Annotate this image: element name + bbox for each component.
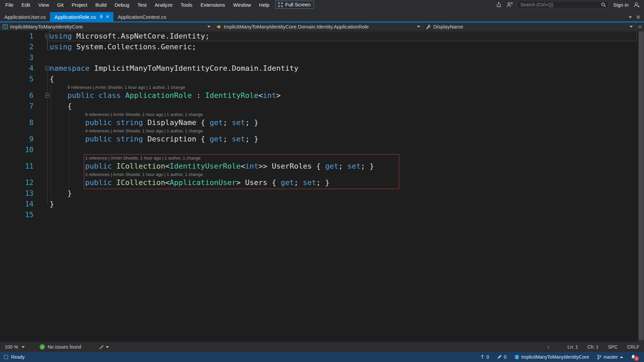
fold-margin — [34, 199, 50, 209]
menu-item-help[interactable]: Help — [255, 1, 273, 9]
collapse-region-icon[interactable] — [45, 34, 50, 38]
status-collapse-chevron[interactable]: ‹ — [547, 344, 549, 350]
line-number[interactable]: 14 — [0, 200, 34, 208]
code-line-10[interactable]: 10 — [0, 144, 638, 155]
code-line-3[interactable]: 3 — [0, 52, 638, 63]
background-tasks-icon[interactable] — [4, 355, 8, 359]
repository-icon — [515, 355, 519, 360]
menu-item-edit[interactable]: Edit — [17, 1, 34, 9]
notifications-button[interactable]: 3 — [627, 354, 641, 360]
line-number[interactable]: 13 — [0, 189, 34, 197]
feedback-icon[interactable] — [506, 2, 513, 8]
codelens-indicator[interactable]: 1 reference | Armin Shoeibi, 1 hour ago … — [0, 155, 638, 161]
member-dropdown[interactable]: DisplayName — [423, 22, 636, 31]
codelens-text[interactable]: 2 references | Armin Shoeibi, 1 hour ago… — [85, 172, 203, 177]
tab-applicationrole-cs[interactable]: ApplicationRole.cs× — [50, 12, 113, 21]
fold-margin — [34, 209, 50, 220]
codelens-indicator[interactable]: 2 references | Armin Shoeibi, 1 hour ago… — [0, 172, 638, 177]
codelens-text[interactable]: 4 references | Armin Shoeibi, 1 hour ago… — [85, 128, 203, 133]
full-screen-button[interactable]: Full Screen — [275, 1, 314, 9]
code-line-4[interactable]: 4namespace ImplicitManyToManyIdentityCor… — [0, 63, 638, 74]
code-line-7[interactable]: 7 { — [0, 101, 638, 112]
menu-item-tools[interactable]: Tools — [177, 1, 197, 9]
outgoing-commits-button[interactable]: ↑ 0 — [476, 354, 493, 360]
menu-item-extensions[interactable]: Extensions — [197, 1, 229, 9]
menu-item-git[interactable]: Git — [53, 1, 67, 9]
type-dropdown[interactable]: ImplicitManyToManyIdentityCore.Domain.Id… — [214, 22, 423, 31]
codelens-text[interactable]: 6 references | Armin Shoeibi, 1 hour ago… — [85, 112, 203, 117]
code-line-15[interactable]: 15 — [0, 209, 638, 220]
line-number[interactable]: 8 — [0, 119, 34, 127]
code-line-2[interactable]: 2using System.Collections.Generic; — [0, 42, 638, 52]
line-number[interactable]: 1 — [0, 32, 34, 40]
line-indicator[interactable]: Ln: 1 — [568, 344, 578, 350]
project-dropdown[interactable]: ImplicitManyToManyIdentityCore — [0, 22, 214, 31]
pin-icon[interactable] — [99, 15, 103, 19]
collapse-region-icon[interactable] — [45, 66, 50, 70]
code-line-9[interactable]: 9 public string Description { get; set; … — [0, 134, 638, 144]
repository-button[interactable]: ImplicitManyToManyIdentityCore — [511, 354, 593, 360]
pending-changes-button[interactable]: 0 — [493, 354, 511, 360]
column-indicator[interactable]: Ch: 1 — [587, 344, 598, 350]
line-number[interactable]: 6 — [0, 92, 34, 100]
type-dropdown-chevron-icon — [417, 26, 420, 27]
menu-item-view[interactable]: View — [34, 1, 53, 9]
codelens-indicator[interactable]: 6 references | Armin Shoeibi, 1 hour ago… — [0, 112, 638, 117]
indent-mode-indicator[interactable]: SPC — [608, 344, 618, 350]
fold-margin — [34, 188, 50, 199]
code-line-13[interactable]: 13 } — [0, 188, 638, 199]
code-line-1[interactable]: 1using Microsoft.AspNetCore.Identity; — [0, 31, 638, 42]
codelens-indicator[interactable]: 4 references | Armin Shoeibi, 1 hour ago… — [0, 128, 638, 134]
search-icon[interactable] — [601, 2, 606, 7]
line-number[interactable]: 4 — [0, 64, 34, 72]
line-number[interactable]: 3 — [0, 54, 34, 62]
menu-item-test[interactable]: Test — [133, 1, 151, 9]
code-editor[interactable]: 1using Microsoft.AspNetCore.Identity;2us… — [0, 31, 644, 342]
search-input[interactable] — [520, 2, 601, 7]
menu-item-analyze[interactable]: Analyze — [151, 1, 176, 9]
codelens-text[interactable]: 1 reference | Armin Shoeibi, 1 hour ago … — [85, 156, 201, 161]
share-icon[interactable] — [496, 2, 502, 8]
code-area[interactable]: 1using Microsoft.AspNetCore.Identity;2us… — [0, 31, 638, 220]
menu-item-window[interactable]: Window — [229, 1, 255, 9]
menu-item-build[interactable]: Build — [91, 1, 110, 9]
code-line-11[interactable]: 11 public ICollection<IdentityUserRole<i… — [0, 161, 638, 172]
code-line-14[interactable]: 14} — [0, 199, 638, 209]
scrollbar-thumb[interactable] — [639, 32, 644, 340]
branch-button[interactable]: master — [593, 354, 627, 360]
code-text: namespace ImplicitManyToManyIdentityCore… — [50, 63, 299, 74]
message-filter-chevron-icon — [106, 346, 109, 348]
line-number[interactable]: 10 — [0, 146, 34, 154]
line-number[interactable]: 2 — [0, 43, 34, 51]
close-icon[interactable]: × — [106, 14, 109, 19]
menu-item-file[interactable]: File — [1, 1, 17, 9]
menu-item-debug[interactable]: Debug — [111, 1, 133, 9]
user-account-icon[interactable] — [633, 2, 640, 8]
line-number[interactable]: 11 — [0, 162, 34, 170]
line-ending-indicator[interactable]: CRLF — [627, 344, 639, 350]
line-number[interactable]: 5 — [0, 75, 34, 83]
tab-applicationcontext-cs[interactable]: ApplicationContext.cs — [113, 12, 170, 21]
split-editor-handle[interactable] — [636, 22, 644, 31]
tab-applicationuser-cs[interactable]: ApplicationUser.cs — [0, 12, 50, 21]
codelens-text[interactable]: 9 references | Armin Shoeibi, 1 hour ago… — [67, 85, 185, 90]
zoom-selector[interactable]: 100 % — [0, 344, 34, 350]
line-number[interactable]: 7 — [0, 102, 34, 110]
editor-options-gear-icon[interactable] — [636, 15, 641, 19]
message-filter-button[interactable] — [99, 345, 109, 349]
tab-list-chevron-icon[interactable] — [629, 16, 632, 18]
code-line-5[interactable]: 5{ — [0, 74, 638, 84]
issues-indicator[interactable]: ✓ No issues found — [40, 344, 81, 350]
sign-in-link[interactable]: Sign in — [613, 2, 629, 8]
code-line-12[interactable]: 12 public ICollection<ApplicationUser> U… — [0, 177, 638, 188]
vertical-scrollbar[interactable] — [638, 31, 644, 342]
code-line-8[interactable]: 8 public string DisplayName { get; set; … — [0, 117, 638, 128]
codelens-indicator[interactable]: 9 references | Armin Shoeibi, 1 hour ago… — [0, 84, 638, 90]
line-number[interactable]: 15 — [0, 211, 34, 219]
line-number[interactable]: 9 — [0, 135, 34, 143]
line-number[interactable]: 12 — [0, 179, 34, 187]
menu-item-project[interactable]: Project — [67, 1, 91, 9]
code-line-6[interactable]: 6 public class ApplicationRole : Identit… — [0, 90, 638, 101]
tab-label: ApplicationRole.cs — [54, 14, 96, 20]
collapse-region-icon[interactable] — [45, 93, 50, 98]
